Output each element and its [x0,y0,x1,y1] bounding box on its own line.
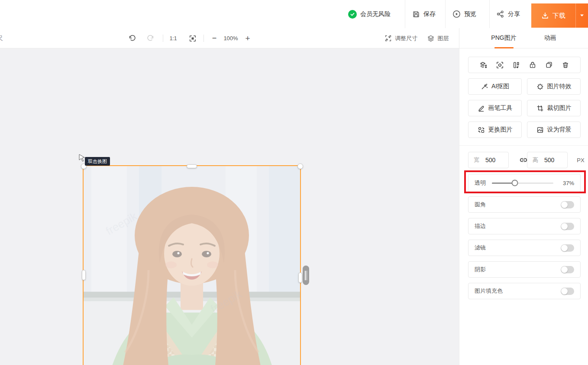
toolbar-divider [163,35,163,42]
resize-icon [384,35,392,42]
brush-tool-button[interactable]: 画笔工具 [468,100,522,116]
distribute-button[interactable] [511,60,521,70]
set-background-label: 设为背景 [547,126,572,134]
save-label: 保存 [423,10,436,18]
tab-animation-label: 动画 [544,34,556,42]
image-effects-label: 图片特效 [547,83,572,90]
opacity-slider-knob[interactable] [511,180,518,186]
height-value: 500 [544,157,554,163]
rounded-corner-label: 圆角 [475,201,486,208]
header-divider [489,0,490,28]
preview-button[interactable]: 预览 [452,0,476,28]
filter-row: 滤镜 [468,240,581,256]
ruler-label-partial: 尺 [0,28,3,48]
share-icon [496,10,504,18]
stroke-label: 描边 [475,222,486,230]
download-main[interactable]: 下载 [531,12,575,20]
save-icon [412,10,420,18]
ai-cutout-label: AI抠图 [491,83,509,90]
duplicate-button[interactable] [544,60,554,70]
selection-handle-top-right[interactable] [297,163,303,169]
canvas-toolbar: 尺 1:1 − 100% + 调整尺寸 图层 [0,28,459,48]
plus-icon: + [245,34,250,43]
resize-label: 调整尺寸 [395,35,417,42]
set-background-icon [536,126,544,134]
selection-handle-left[interactable] [82,270,86,280]
zoom-out-button[interactable]: − [209,28,220,48]
magic-wand-icon [481,83,488,90]
toolbar-divider [204,35,204,42]
replace-icon [478,126,485,134]
tab-animation[interactable]: 动画 [544,28,556,48]
header-divider [445,0,446,28]
set-background-button[interactable]: 设为背景 [527,122,581,138]
member-badge[interactable]: 会员无风险 [348,0,391,28]
fit-screen-icon [189,35,197,42]
redo-icon [147,34,155,42]
image-fill-label: 图片填充色 [475,287,503,295]
panel-divider [459,145,588,146]
share-button[interactable]: 分享 [496,0,520,28]
minus-icon: − [212,34,217,43]
save-button[interactable]: 保存 [412,0,436,28]
image-effects-button[interactable]: 图片特效 [527,78,581,95]
app-window: 会员无风险 保存 预览 分享 下载 尺 [0,0,588,365]
filter-toggle[interactable] [561,244,574,252]
canvas-area[interactable]: 双击换图 [0,48,459,365]
brush-icon [478,105,485,112]
preview-label: 预览 [464,10,476,18]
layers-button[interactable]: 图层 [424,28,451,48]
ai-cutout-button[interactable]: AI抠图 [468,78,522,95]
resize-canvas-button[interactable]: 调整尺寸 [382,28,420,48]
download-button[interactable]: 下载 [531,3,588,28]
opacity-value: 37% [560,180,574,186]
filter-label: 滤镜 [475,244,486,252]
mouse-cursor [78,154,85,162]
opacity-slider[interactable] [492,182,553,184]
shadow-toggle[interactable] [561,266,574,273]
download-dropdown-button[interactable] [576,14,588,17]
height-field[interactable]: 高 500 [527,152,568,168]
stroke-toggle[interactable] [561,223,574,230]
layer-order-button[interactable] [478,60,488,70]
undo-icon [128,34,136,42]
zoom-level-value: 100% [223,35,238,42]
rounded-corner-toggle[interactable] [561,201,574,208]
stroke-row: 描边 [468,218,581,234]
opacity-card: 透明 37% [468,174,581,192]
selected-image[interactable] [84,166,300,365]
width-label: 宽 [474,156,479,164]
crop-image-button[interactable]: 裁切图片 [527,100,581,116]
crop-image-label: 裁切图片 [547,104,572,112]
portrait-photo [84,166,300,365]
play-circle-icon [452,10,461,18]
redo-button[interactable] [145,28,156,48]
top-header: 会员无风险 保存 预览 分享 下载 [0,0,588,28]
selection-handle-top[interactable] [187,164,197,168]
download-icon [541,12,549,19]
lock-button[interactable] [527,60,538,70]
shadow-row: 阴影 [468,261,581,278]
ratio-1-1-button[interactable]: 1:1 [167,28,180,48]
rounded-corner-row: 圆角 [468,196,581,213]
toolbar-drag-grip[interactable] [303,266,309,285]
zoom-in-button[interactable]: + [242,28,253,48]
tab-png-image[interactable]: PNG图片 [491,28,516,48]
undo-button[interactable] [126,28,137,48]
image-fill-toggle[interactable] [561,288,574,295]
layers-label: 图层 [438,35,449,42]
check-circle-icon [348,10,357,19]
chain-link-icon [519,156,528,164]
zoom-level[interactable]: 100% [222,28,240,48]
tab-png-image-label: PNG图片 [491,34,516,42]
replace-image-label: 更换图片 [488,126,513,134]
width-field[interactable]: 宽 500 [468,152,509,168]
selection-handle-right[interactable] [298,272,302,283]
align-center-button[interactable] [494,60,505,70]
quick-actions-card [468,57,581,73]
share-label: 分享 [508,10,520,18]
double-click-tooltip: 双击换图 [85,157,110,166]
replace-image-button[interactable]: 更换图片 [468,122,522,138]
fit-screen-button[interactable] [187,28,198,48]
delete-button[interactable] [560,60,571,70]
